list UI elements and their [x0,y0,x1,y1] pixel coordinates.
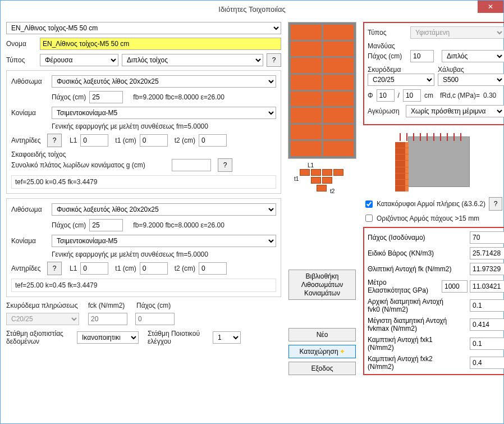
close-button[interactable]: ✕ [478,1,503,13]
thickness-input-2[interactable] [89,219,123,231]
l1-input-1[interactable] [80,134,108,147]
synoliko-label: Συνολικό πλάτος λωρίδων κονιάματος g (cm… [11,161,168,169]
koniama-select-1[interactable]: Τσιμεντοκονίαμα-M5 [52,107,276,119]
l1-label-2: L1 [70,265,77,272]
qc-label-1: Στάθμη Ποιοτικού [148,330,209,338]
cm-label: cm [424,92,433,99]
antirides-help-1[interactable]: ? [47,134,62,147]
t1-input-1[interactable] [140,134,168,147]
fb-text-2: fb=9.2000 fbc=8.0000 ε=26.00 [133,221,224,229]
horizontal-joints-checkbox[interactable] [365,215,373,222]
phi1-input[interactable] [377,89,395,102]
jacket-concrete-select[interactable]: C20/25 [368,74,434,86]
koniama-text-2: Γενικής εφαρμογής με μελέτη συνθέσεως fm… [52,250,208,258]
t2-input-2[interactable] [199,262,227,275]
jacket-thickness-label: Πάχος (cm) [368,52,407,60]
prop-fxk1-input[interactable] [470,338,504,350]
lithosoma-select-1[interactable]: Φυσικός λαξευτός λίθος 20x20x25 [52,75,276,88]
library-button[interactable]: Βιβλιοθήκη Λιθοσωμάτων Κονιαμάτων [288,270,356,300]
prop-fvkmax-label-2: fvkmax (N/mm2) [368,325,468,332]
prop-e-label-1: Μέτρο [368,279,439,286]
prop-weight-input[interactable] [470,247,504,259]
wall-type-select[interactable]: Διπλός τοίχος [122,54,263,66]
lithosoma-label-1: Λιθόσωμα [11,77,48,85]
t1-input-2[interactable] [140,262,168,275]
prop-fvkmax-label-1: Μέγιστη διατμητική Αντοχή [368,317,468,325]
qc-label-2: ελέγχου [148,338,209,345]
thickness-label-2: Πάχος (cm) [52,221,86,229]
reliability-label-1: Στάθμη αξιοπιστίας [6,330,74,338]
phi2-input[interactable] [403,89,421,102]
prop-fvkmax-input[interactable] [470,318,504,331]
reliability-select[interactable]: Ικανοποιητική [77,331,139,344]
slash-label: / [398,92,400,99]
fill-thickness-label: Πάχος (cm) [136,302,171,309]
joints-help[interactable]: ? [489,197,502,211]
jacket-sides-select[interactable]: Διπλός [442,50,504,62]
prop-e-input-2[interactable] [470,280,504,293]
qc-select[interactable]: 1 [213,331,241,344]
phi-label: Φ [368,92,373,99]
antirides-help-2[interactable]: ? [47,262,62,275]
koniama-label-2: Κονίαμα [11,237,48,245]
fck-input [88,313,127,325]
thickness-label-1: Πάχος (cm) [52,93,86,101]
prop-fvk0-label-1: Αρχική διατμητική Αντοχή [368,298,468,306]
horizontal-joints-label: Οριζόντιος Αρμός πάχους >15 mm [377,215,479,222]
thickness-input-1[interactable] [89,91,123,103]
bearing-type-select[interactable]: Φέρουσα [40,54,118,66]
vertical-joints-checkbox[interactable] [365,200,373,208]
fill-thickness-input [135,313,175,325]
synoliko-help[interactable]: ? [218,158,232,172]
save-button[interactable]: Καταχώρηση✦ [288,345,356,358]
koniama-label-1: Κονίαμα [11,109,48,117]
masonry-select[interactable]: EN_Λίθινος τοίχος-M5 50 cm [6,22,281,34]
antirides-label-1: Αντηρίδες [11,136,44,144]
prop-fvk0-input[interactable] [470,299,504,312]
koniama-text-1: Γενικής εφαρμογής με μελέτη συνθέσεως fm… [52,122,208,130]
prop-fxk2-input[interactable] [470,357,504,369]
jacket-type-label: Τύπος [368,29,407,37]
prop-e-label-2: Ελαστικότητας GPa) [368,286,439,294]
t2-label-2: t2 (cm) [175,265,195,272]
prop-fxk2-label-1: Καμπτική Αντοχή fxk2 [368,355,468,363]
window-title: Ιδιότητες Τοιχοποιίας [218,5,285,13]
exit-button[interactable]: Εξοδος [288,362,356,375]
jacket-thickness-input[interactable] [410,50,434,62]
t1-label-1: t1 (cm) [115,136,136,144]
jacket-group: Τύπος Υφιστάμενη Μανδύας Πάχος (cm) Διπλ… [363,22,504,125]
prop-e-input-1[interactable] [442,280,468,293]
prop-fk-label: Θλιπτική Αντοχή fk (N/mm2) [368,265,468,273]
properties-group: Πάχος (Ισοδύναμο) Ειδικό Βάρος (KN/m3) Θ… [363,227,504,375]
anchor-label: Αγκύρωση [368,107,402,115]
prop-thickness-input[interactable] [470,231,504,244]
name-input[interactable] [40,38,281,50]
jacket-steel-select[interactable]: S500 [438,74,504,86]
t2-input-1[interactable] [199,134,227,147]
t2-label-1: t2 (cm) [175,136,195,144]
fb-text-1: fb=9.2000 fbc=8.0000 ε=26.00 [133,93,224,101]
jacket-preview [388,127,484,195]
layer-1-group: Λιθόσωμα Φυσικός λαξευτός λίθος 20x20x25… [6,70,281,194]
mandyas-label: Μανδύας [368,42,504,50]
help-button-1[interactable]: ? [267,53,281,67]
prop-weight-label: Ειδικό Βάρος (KN/m3) [368,249,468,257]
jacket-type-select: Υφιστάμενη [410,26,504,39]
flange-diagram: L1 t1 t2 [294,162,350,196]
vertical-joints-label: Κατακόρυφοι Αρμοί πλήρεις (&3.6.2) [377,200,485,208]
lithosoma-label-2: Λιθόσωμα [11,206,48,213]
t1-label-2: t1 (cm) [115,265,136,272]
fill-label: Σκυρόδεμα πληρώσεως [6,302,85,309]
synoliko-input[interactable] [172,159,211,171]
anchor-select[interactable]: Χωρίς πρόσθετη μέριμνα [406,105,504,117]
reliability-label-2: δεδομένων [6,338,74,345]
frd-value: 0.30 [483,92,496,99]
lithosoma-select-2[interactable]: Φυσικός λαξευτός λίθος 20x20x25 [52,203,276,216]
tef-text-2: tef=25.00 k=0.45 fk=3.4479 [15,281,97,289]
l1-input-2[interactable] [80,262,108,275]
frd-label: fRd,c (MPa)= [440,92,480,99]
fck-label: fck (N/mm2) [88,302,133,309]
new-button[interactable]: Νέο [288,328,356,341]
koniama-select-2[interactable]: Τσιμεντοκονίαμα-M5 [52,235,276,247]
prop-fk-input[interactable] [470,263,504,275]
